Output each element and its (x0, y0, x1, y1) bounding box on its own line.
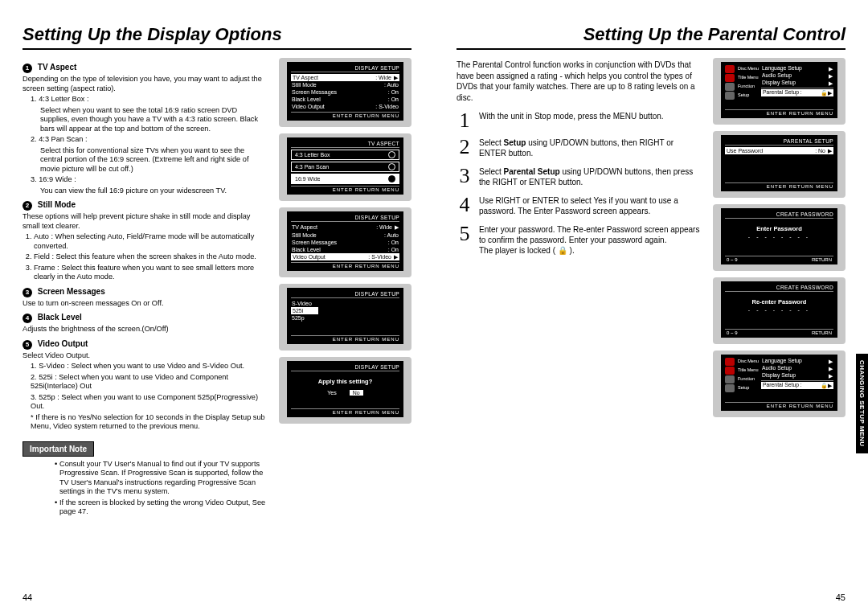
step-1: 1 With the unit in Stop mode, press the … (457, 111, 702, 129)
bullet-3: 3 (23, 288, 32, 297)
disc-menu-icon (725, 65, 735, 73)
steps-list: 1 With the unit in Stop mode, press the … (457, 111, 702, 256)
left-screens: DISPLAY SETUP TV Aspect: Wide▶ Still Mod… (279, 58, 411, 523)
fineprint-b: If the screen is blocked by setting the … (55, 498, 268, 517)
bullet-5: 5 (23, 340, 32, 350)
setup-icon (725, 384, 735, 392)
no-option: No (350, 390, 363, 396)
right-text-column: The Parental Control function works in c… (457, 58, 702, 417)
important-note-box: Important Note (23, 441, 94, 457)
still-intro: These options will help prevent picture … (23, 212, 268, 231)
function-icon (725, 375, 735, 383)
step-5: 5 Enter your password. The Re-enter Pass… (457, 224, 702, 256)
step-2: 2 Select Setup using UP/DOWN buttons, th… (457, 137, 702, 158)
right-screens: Disc Menu Title Menu Function Setup Lang… (713, 58, 845, 417)
screen-create-password-reenter: CREATE PASSWORD Re-enter Password - - - … (713, 277, 845, 344)
bullet-2: 2 (23, 201, 32, 211)
tv-aspect-opt3: You can view the full 16:9 picture on yo… (40, 187, 268, 196)
fineprint-list: Consult your TV User's Manual to find ou… (23, 460, 268, 517)
video-note: * If there is no Yes/No selection for 10… (31, 413, 268, 432)
side-tab: CHANGING SETUP MENU (856, 354, 868, 453)
screen-display-1: DISPLAY SETUP TV Aspect: Wide▶ Still Mod… (279, 58, 411, 127)
right-intro: The Parental Control function works in c… (457, 59, 702, 103)
setup-icon (725, 92, 735, 100)
step-4: 4 Use RIGHT or ENTER to select Yes if yo… (457, 195, 702, 216)
function-icon (725, 83, 735, 91)
screen-msg-body: Use to turn on-screen messages On or Off… (23, 299, 268, 309)
black-level-body: Adjusts the brightness of the screen.(On… (23, 325, 268, 334)
bullet-1: 1 (23, 64, 32, 73)
sec-tv-aspect: 1 TV Aspect (23, 63, 268, 73)
step-3: 3 Select Parental Setup using UP/DOWN bu… (457, 166, 702, 187)
video-opt3: 3. 525p : Select when you want to use Co… (31, 393, 268, 412)
left-text-column: 1 TV Aspect Depending on the type of tel… (23, 58, 268, 523)
screen-setup-menu-1: Disc Menu Title Menu Function Setup Lang… (713, 58, 845, 125)
radio-icon (388, 151, 395, 158)
radio-icon (388, 163, 395, 170)
tv-aspect-opt1: Select when you want to see the total 16… (40, 106, 268, 134)
left-title: Setting Up the Display Options (23, 24, 411, 50)
tv-aspect-opt2-label: 2. 4:3 Pan Scan : (31, 135, 268, 145)
tv-aspect-opt2: Select this for conventional size TVs wh… (40, 146, 268, 174)
sec-video-output: 5 Video Output (23, 339, 268, 350)
sec-black-level: 4 Black Level (23, 313, 268, 323)
disc-menu-icon (725, 358, 735, 366)
tv-aspect-opt1-label: 1. 4:3 Letter Box : (31, 95, 268, 105)
left-columns: 1 TV Aspect Depending on the type of tel… (23, 58, 411, 523)
video-opt2: 2. 525i : Select when you want to use Vi… (31, 373, 268, 392)
pagenum-45: 45 (836, 592, 845, 602)
still-list: Auto : When selecting Auto, Field/Frame … (34, 232, 268, 282)
screen-parental-setup: PARENTAL SETUP Use Password: No▶ ENTER R… (713, 131, 845, 198)
screen-display-2: DISPLAY SETUP TV Aspect: Wide▶ Still Mod… (279, 207, 411, 277)
sec-screen-messages: 3 Screen Messages (23, 287, 268, 297)
pagenum-44: 44 (23, 592, 32, 602)
page-44: Setting Up the Display Options 1 TV Aspe… (0, 0, 434, 615)
still-opt3: Frame : Select this feature when you wan… (34, 264, 268, 282)
yes-option: Yes (327, 390, 336, 396)
bullet-4: 4 (23, 314, 32, 323)
tv-aspect-intro: Depending on the type of television you … (23, 75, 268, 93)
title-menu-icon (725, 367, 735, 375)
page-45: Setting Up the Parental Control The Pare… (434, 0, 868, 615)
screen-apply: DISPLAY SETUP Apply this setting? Yes No… (279, 357, 411, 424)
fineprint-a: Consult your TV User's Manual to find ou… (55, 460, 268, 497)
right-columns: The Parental Control function works in c… (457, 58, 845, 417)
title-menu-icon (725, 74, 735, 82)
still-opt2: Field : Select this feature when the scr… (34, 252, 268, 262)
still-opt1: Auto : When selecting Auto, Field/Frame … (34, 232, 268, 251)
screen-create-password-enter: CREATE PASSWORD Enter Password - - - - -… (713, 204, 845, 271)
screen-video-output: DISPLAY SETUP S-Video 525i 525p ENTER RE… (279, 284, 411, 351)
screen-tv-aspect: TV ASPECT 4:3 Letter Box 4:3 Pan Scan 16… (279, 133, 411, 201)
video-out-intro: Select Video Output. (23, 351, 268, 361)
lock-icon: 🔒 (821, 382, 828, 389)
lock-icon: 🔓 (821, 89, 828, 96)
right-title: Setting Up the Parental Control (457, 24, 845, 50)
radio-icon (388, 175, 395, 182)
sec-still-mode: 2 Still Mode (23, 200, 268, 211)
video-opt1: 1. S-Video : Select when you want to use… (31, 362, 268, 371)
tv-aspect-opt3-label: 3. 16:9 Wide : (31, 175, 268, 185)
screen-setup-menu-2: Disc Menu Title Menu Function Setup Lang… (713, 351, 845, 417)
